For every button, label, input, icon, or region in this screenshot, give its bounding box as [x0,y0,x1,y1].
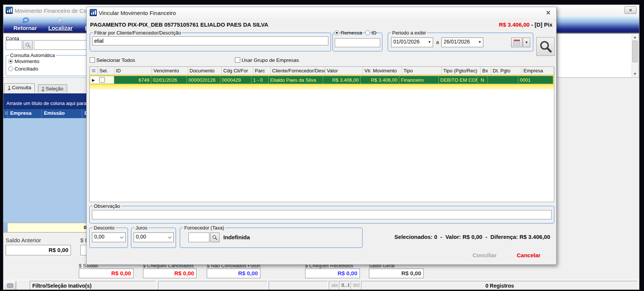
cheques-recebidos-value: R$ 0,00 [305,268,360,278]
summary-row-selector-cell [3,223,8,232]
dialog-search-button[interactable] [536,37,555,56]
localizar-label: Localizar [42,25,79,31]
juros-select[interactable]: 0,00 [134,232,174,242]
cancelar-button[interactable]: Cancelar [515,252,543,259]
big-magnifier-icon [539,40,552,53]
row-tipo: Financeiro [399,76,439,84]
main-window-close-button[interactable]: ✕ [624,6,636,14]
dialog-titlebar[interactable]: Vincular Movimento Financeiro ✕ [87,7,556,18]
localizar-button[interactable]: Localizar [42,16,79,33]
select-all-checkbox-icon[interactable] [90,57,95,63]
row-cdg: 0000429 [220,76,251,84]
records-count: 0 Registros [361,281,638,290]
radio-conciliado-label: Conciliado [15,66,38,72]
col-cliente[interactable]: Cliente/Fornecedor/Descrição [271,67,325,75]
select-all-label: Selecionar Todos [96,57,135,63]
row-documento: 0000020126 [187,76,220,84]
use-group-label: Usar Grupo de Empresas [242,57,299,63]
scrollbar-thumb[interactable] [632,40,638,62]
fornecedor-search-button[interactable] [210,232,220,242]
col-dt-pgto[interactable]: Dt. Pgto [491,67,522,75]
col-id[interactable]: ID [114,67,152,75]
payment-description: PAGAMENTO PIX-PIX_DEB 05775105761 ELIALD… [90,21,268,28]
filter-status: Filtro/Seleção Inativo(s) [30,281,156,290]
row-valor: R$ 3.406,00 [323,76,361,84]
retornar-button[interactable]: Retornar [6,16,44,33]
period-group-title: Periodo a exibir [391,30,427,36]
desconto-select[interactable]: 0,00 [92,232,126,242]
radio-remessa[interactable]: Remessa [334,30,362,36]
col-bx[interactable]: Bx [481,67,491,75]
filter-group: Filtrar por Cliente/Fornecedor/Descrição [90,33,331,51]
consulta-automatica-group: Consulta Automática Movimento Conciliado [6,55,87,76]
row-bx: N [477,76,488,84]
return-arrow-icon [6,17,44,25]
conta-code-input[interactable] [6,40,22,50]
observacao-input[interactable] [92,210,552,219]
fornecedor-name: Indefinida [223,234,250,240]
statusbar-panel-3 [269,281,328,290]
radio-movimento[interactable]: Movimento [8,58,39,64]
col-vlr-movimento[interactable]: Vlr. Movimento [363,67,402,75]
calendar-button[interactable] [511,38,522,47]
conta-name-input[interactable] [34,40,87,50]
magnifier-icon [212,235,218,240]
dialog-header: PAGAMENTO PIX-PIX_DEB 05775105761 ELIALD… [87,18,556,30]
statusbar-numeric: 0...9 [339,281,350,290]
col-parc[interactable]: Parc [253,67,271,75]
bg-column-emissao[interactable]: Emissão [42,109,82,118]
conta-search-button[interactable] [23,40,33,50]
filter-input[interactable] [92,36,328,45]
select-all-checkbox[interactable]: Selecionar Todos [90,57,135,63]
dialog-title: Vincular Movimento Financeiro [99,10,176,16]
calendar-icon [513,39,520,45]
chevron-down-icon [168,235,172,239]
row-vencimento: 02/01/2026 [151,76,187,84]
remessa-input[interactable] [335,38,380,47]
dialog-close-icon[interactable]: ✕ [546,9,551,17]
radio-movimento-label: Movimento [15,58,39,64]
col-cdg[interactable]: Cdg Cli/For [222,67,253,75]
fornecedor-input[interactable] [188,232,209,242]
radio-id-icon[interactable] [365,30,370,35]
radio-remessa-icon[interactable] [334,30,339,35]
table-row[interactable]: ▶ 6749 02/01/2026 0000020126 0000429 1 -… [90,76,553,84]
row-checkbox-icon[interactable] [99,77,105,82]
grid-corner-icon[interactable] [3,109,8,118]
fornecedor-group: Fornecedor (Taxa) Indefinida [180,228,363,248]
radio-conciliado[interactable]: Conciliado [8,66,38,72]
col-tipo-pgto[interactable]: Tipo (Pgto/Rec) [442,67,481,75]
tab-consulta[interactable]: 1 Consulta [4,83,35,93]
vertical-scrollbar[interactable]: ▲ ▼ [632,34,638,77]
period-conjunction: a [436,39,439,45]
use-group-checkbox[interactable]: Usar Grupo de Empresas [235,57,299,63]
grid-corner-icon[interactable] [90,67,98,75]
use-group-checkbox-icon[interactable] [235,57,240,63]
col-empresa[interactable]: Empresa [522,67,554,75]
app-chart-icon [6,7,13,14]
date-to-select[interactable]: 26/01/2026 ▼ [441,38,483,47]
observacao-group: Observação [89,206,554,224]
col-documento[interactable]: Documento [188,67,222,75]
row-sel-cell[interactable] [98,76,114,84]
row-cliente: Elialdo Paes da Silva [269,76,323,84]
tab-selecao[interactable]: 2 Seleção [38,84,67,93]
statusbar-image-button[interactable] [4,281,16,290]
bg-column-empresa[interactable]: Empresa [8,109,42,118]
col-sel[interactable]: Sel. [98,67,114,75]
dropdown-icon: ▼ [428,40,431,44]
saldo-anterior-label: Saldo Anterior [6,237,41,243]
screen: Movimento Financeiro de Con ✕ Retornar L… [0,0,644,291]
radio-conciliado-icon[interactable] [8,66,13,71]
radio-id[interactable]: ID [365,30,376,36]
scroll-down-icon[interactable]: ▼ [632,71,638,77]
calendar-dropdown-icon[interactable]: ▼ [523,38,530,47]
col-tipo[interactable]: Tipo [402,67,442,75]
date-from-select[interactable]: 01/01/2026 ▼ [391,38,433,47]
radio-movimento-icon[interactable] [8,59,13,64]
vincular-dialog: Vincular Movimento Financeiro ✕ PAGAMENT… [86,7,557,265]
conciliar-button[interactable]: Conciliar [470,252,499,259]
scroll-up-icon[interactable]: ▲ [632,34,638,40]
col-valor[interactable]: Valor [325,67,363,75]
col-vencimento[interactable]: Vencimento [152,67,188,75]
